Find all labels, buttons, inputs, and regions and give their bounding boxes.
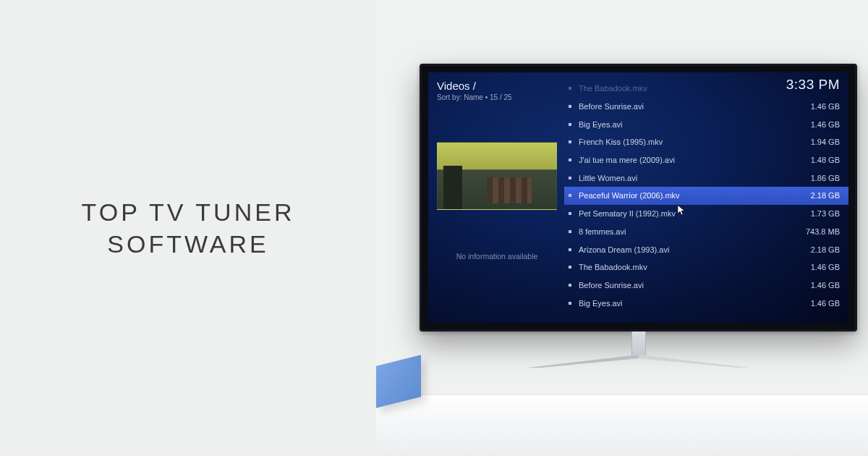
list-item[interactable]: J'ai tue ma mere (2009).avi1.48 GB — [564, 151, 848, 169]
preview-thumbnail — [437, 142, 557, 210]
file-size: 1.86 GB — [805, 174, 840, 182]
bullet-icon — [569, 140, 571, 143]
scene: Videos / Sort by: Name • 15 / 25 No info… — [376, 0, 868, 456]
promo-title-line2: SOFTWARE — [82, 228, 295, 260]
screen-left-column: Videos / Sort by: Name • 15 / 25 No info… — [428, 72, 564, 323]
bullet-icon — [569, 159, 571, 161]
list-item[interactable]: Arizona Dream (1993).avi2.18 GB — [564, 240, 848, 258]
list-item[interactable]: French Kiss (1995).mkv1.94 GB — [564, 133, 848, 151]
file-size: 1.46 GB — [805, 120, 840, 129]
tv-stand-base — [528, 355, 749, 368]
file-name: French Kiss (1995).mkv — [579, 138, 805, 146]
file-size: 1.46 GB — [805, 299, 840, 308]
file-size: 1.46 GB — [805, 281, 840, 290]
file-name: Before Sunrise.avi — [579, 281, 805, 290]
list-item[interactable]: 8 femmes.avi743.8 MB — [564, 223, 848, 241]
file-size: 1.46 GB — [805, 263, 840, 271]
no-info-label: No information available — [437, 252, 557, 261]
list-item[interactable]: Before Sunrise.avi1.46 GB — [564, 98, 848, 116]
item-counter: 15 / 25 — [490, 93, 512, 101]
promo-panel: TOP TV TUNER SOFTWARE — [0, 0, 376, 456]
file-size: 1.94 GB — [805, 138, 840, 146]
bullet-icon — [569, 230, 571, 233]
file-name: Arizona Dream (1993).avi — [579, 245, 805, 254]
file-size: 2.18 GB — [805, 191, 840, 200]
list-item[interactable]: Big Eyes.avi1.46 GB — [564, 115, 848, 133]
file-name: The Babadook.mkv — [579, 84, 834, 93]
file-name: Before Sunrise.avi — [579, 102, 805, 111]
file-name: Big Eyes.avi — [579, 120, 805, 129]
svg-marker-1 — [528, 355, 639, 368]
file-name: Pet Sematary II (1992).mkv — [579, 209, 805, 218]
file-name: J'ai tue ma mere (2009).avi — [579, 156, 805, 164]
list-item[interactable]: Big Eyes.avi1.46 GB — [564, 294, 848, 312]
list-item[interactable]: Before Sunrise.avi1.46 GB — [564, 276, 848, 295]
bullet-icon — [569, 248, 571, 251]
mouse-cursor-icon — [677, 204, 687, 217]
list-item[interactable]: Little Women.avi1.86 GB — [564, 169, 848, 187]
file-size: 1.48 GB — [805, 156, 840, 164]
bullet-icon — [569, 177, 571, 180]
file-name: Big Eyes.avi — [579, 299, 805, 308]
bullet-icon — [569, 266, 571, 269]
file-size: 1.46 GB — [805, 102, 840, 111]
tv-frame: Videos / Sort by: Name • 15 / 25 No info… — [420, 64, 857, 332]
bullet-icon — [569, 284, 571, 287]
promo-title-line1: TOP TV TUNER — [82, 196, 295, 228]
bullet-icon — [569, 194, 571, 197]
breadcrumb[interactable]: Videos / — [437, 80, 557, 92]
file-size: 743.8 MB — [800, 227, 840, 236]
bullet-icon — [569, 87, 571, 90]
file-name: 8 femmes.avi — [579, 227, 800, 236]
list-item[interactable]: The Babadook.mkv1.46 GB — [564, 258, 848, 276]
file-name: The Babadook.mkv — [579, 263, 805, 271]
bullet-icon — [569, 105, 571, 108]
tv: Videos / Sort by: Name • 15 / 25 No info… — [420, 64, 857, 368]
shelf — [376, 394, 868, 456]
file-size: 1.73 GB — [805, 209, 840, 218]
file-size: 2.18 GB — [805, 245, 840, 254]
sort-label: Sort by: Name — [437, 93, 483, 101]
bullet-icon — [569, 212, 571, 215]
sort-line[interactable]: Sort by: Name • 15 / 25 — [437, 93, 557, 101]
screen: Videos / Sort by: Name • 15 / 25 No info… — [428, 72, 848, 323]
tv-stand-neck — [631, 332, 646, 358]
list-item[interactable]: Peaceful Warrior (2006).mkv2.18 GB — [564, 187, 848, 205]
file-name: Peaceful Warrior (2006).mkv — [579, 191, 805, 200]
file-list[interactable]: The Babadook.mkvBefore Sunrise.avi1.46 G… — [564, 80, 848, 312]
list-item[interactable]: Pet Sematary II (1992).mkv1.73 GB — [564, 205, 848, 223]
promo-title: TOP TV TUNER SOFTWARE — [82, 196, 295, 260]
screen-right-column: 3:33 PM The Babadook.mkvBefore Sunrise.a… — [564, 72, 848, 323]
file-name: Little Women.avi — [579, 174, 805, 182]
bullet-icon — [569, 302, 571, 305]
bullet-icon — [569, 123, 571, 126]
